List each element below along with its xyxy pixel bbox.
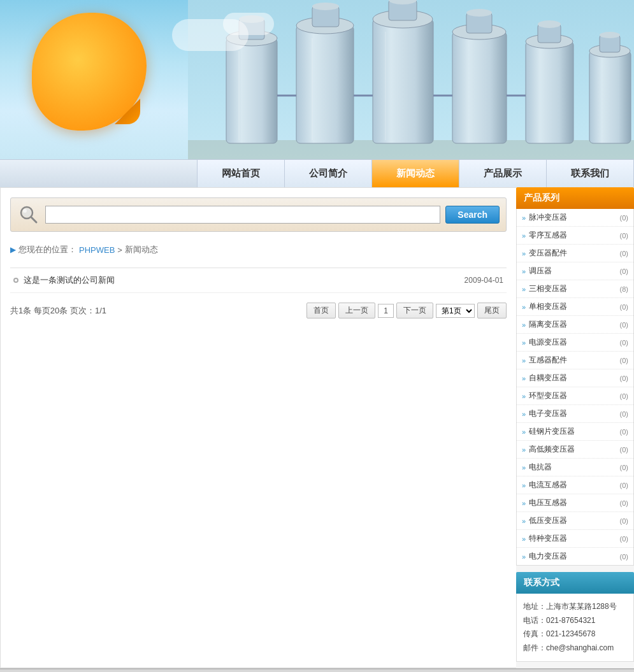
- sidebar-arrow-icon: »: [522, 303, 526, 311]
- nav-item-news[interactable]: 新闻动态: [372, 160, 459, 187]
- product-label: 零序互感器: [529, 230, 567, 241]
- product-count: (0): [620, 268, 628, 275]
- sidebar-arrow-icon: »: [522, 339, 526, 347]
- product-count: (0): [620, 464, 628, 471]
- sidebar-arrow-icon: »: [522, 517, 526, 525]
- search-icon-wrap: [17, 203, 40, 226]
- sidebar-product-item[interactable]: » 电源变压器 (0): [517, 334, 633, 352]
- sidebar-product-header: 产品系列: [516, 187, 634, 209]
- nav-item-about[interactable]: 公司简介: [285, 160, 372, 187]
- main-nav: 网站首页 公司简介 新闻动态 产品展示 联系我们: [0, 159, 634, 187]
- svg-point-24: [600, 32, 620, 38]
- sidebar-product-item[interactable]: » 高低频变压器 (0): [517, 441, 633, 459]
- search-input[interactable]: [45, 206, 440, 224]
- breadcrumb-home-link[interactable]: PHPWEB: [79, 245, 115, 255]
- product-label: 单相变压器: [529, 301, 567, 312]
- sidebar-product-item[interactable]: » 自耦变压器 (0): [517, 369, 633, 387]
- product-count: (0): [620, 553, 628, 561]
- pagination-info: 共1条 每页20条 页次：1/1: [10, 305, 106, 317]
- sidebar-product-item[interactable]: » 硅钢片变压器 (0): [517, 423, 633, 441]
- sidebar-arrow-icon: »: [522, 428, 526, 436]
- sidebar-product-item[interactable]: » 调压器 (0): [517, 262, 633, 280]
- contact-fax: 传真：021-12345678: [523, 627, 627, 641]
- news-dot: [13, 278, 18, 283]
- search-bar: Search: [10, 197, 507, 232]
- svg-rect-5: [296, 25, 354, 143]
- sidebar-product-item[interactable]: » 互感器配件 (0): [517, 352, 633, 369]
- breadcrumb-indicator: ▶: [10, 245, 16, 254]
- sidebar-arrow-icon: »: [522, 482, 526, 489]
- next-page-button[interactable]: 下一页: [396, 303, 433, 318]
- sidebar-product-item[interactable]: » 脉冲变压器 (0): [517, 209, 633, 227]
- last-page-button[interactable]: 尾页: [477, 303, 507, 318]
- svg-point-20: [538, 20, 561, 28]
- page-controls: 首页 上一页 1 下一页 第1页 尾页: [306, 303, 507, 318]
- news-date: 2009-04-01: [465, 276, 503, 285]
- sidebar-product-item[interactable]: » 零序互感器 (0): [517, 227, 633, 245]
- product-label: 电力变压器: [529, 551, 567, 562]
- product-label: 环型变压器: [529, 390, 567, 401]
- product-count: (0): [620, 446, 628, 454]
- product-label: 特种变压器: [529, 533, 567, 544]
- sidebar-product-item[interactable]: » 电压互感器 (0): [517, 494, 633, 512]
- header: [0, 0, 634, 159]
- product-count: (0): [620, 232, 628, 239]
- news-item[interactable]: 这是一条测试的公司新闻 2009-04-01: [10, 268, 507, 293]
- sidebar-product-item[interactable]: » 隔离变压器 (0): [517, 316, 633, 334]
- product-count: (0): [620, 392, 628, 400]
- sidebar-arrow-icon: »: [522, 268, 526, 275]
- svg-rect-17: [526, 41, 573, 143]
- sidebar-arrow-icon: »: [522, 375, 526, 382]
- nav-item-home[interactable]: 网站首页: [197, 160, 285, 187]
- product-count: (0): [620, 339, 628, 347]
- nav-item-products[interactable]: 产品展示: [459, 160, 547, 187]
- first-page-button[interactable]: 首页: [306, 303, 336, 318]
- product-label: 三相变压器: [529, 283, 567, 294]
- sidebar-product-section: 产品系列 » 脉冲变压器 (0) » 零序互感器 (0) » 变压器配件 (0)…: [516, 187, 634, 566]
- sidebar-product-item[interactable]: » 特种变压器 (0): [517, 530, 633, 548]
- sidebar-arrow-icon: »: [522, 250, 526, 257]
- sidebar-product-item[interactable]: » 变压器配件 (0): [517, 245, 633, 262]
- breadcrumb: ▶ 您现在的位置： PHPWEB > 新闻动态: [10, 241, 507, 258]
- product-label: 电源变压器: [529, 337, 567, 348]
- svg-rect-9: [373, 19, 433, 143]
- sidebar-product-item[interactable]: » 三相变压器 (8): [517, 280, 633, 298]
- contact-phone: 电话：021-87654321: [523, 614, 627, 628]
- sidebar-arrow-icon: »: [522, 214, 526, 222]
- sidebar: 产品系列 » 脉冲变压器 (0) » 零序互感器 (0) » 变压器配件 (0)…: [516, 187, 634, 668]
- sidebar-product-item[interactable]: » 电力变压器 (0): [517, 548, 633, 565]
- sidebar-product-item[interactable]: » 电抗器 (0): [517, 459, 633, 476]
- sidebar-product-item[interactable]: » 单相变压器 (0): [517, 298, 633, 316]
- sidebar-arrow-icon: »: [522, 232, 526, 239]
- sidebar-contact-body: 地址：上海市某某路1288号 电话：021-87654321 传真：021-12…: [516, 594, 634, 662]
- product-count: (0): [620, 214, 628, 222]
- search-button[interactable]: Search: [445, 206, 500, 224]
- product-count: (0): [620, 321, 628, 329]
- sidebar-arrow-icon: »: [522, 535, 526, 543]
- cloud-2: [223, 13, 274, 35]
- prev-page-button[interactable]: 上一页: [338, 303, 375, 318]
- sidebar-arrow-icon: »: [522, 499, 526, 507]
- sidebar-product-item[interactable]: » 电子变压器 (0): [517, 405, 633, 423]
- product-label: 电抗器: [529, 462, 552, 473]
- sidebar-product-item[interactable]: » 低压变压器 (0): [517, 512, 633, 530]
- page-select-dropdown[interactable]: 第1页: [436, 304, 475, 318]
- footer: 公司介绍 | 联系方法 | 友情链接 | 机电设备企业网站 Copyright(…: [0, 668, 634, 672]
- nav-item-contact[interactable]: 联系我们: [547, 160, 634, 187]
- svg-point-35: [23, 209, 27, 213]
- news-list: 这是一条测试的公司新闻 2009-04-01: [10, 268, 507, 293]
- contact-email: 邮件：che@shanghai.com: [523, 641, 627, 655]
- product-label: 低压变压器: [529, 515, 567, 526]
- product-label: 高低频变压器: [529, 444, 575, 455]
- search-icon: [18, 204, 39, 225]
- breadcrumb-prefix: 您现在的位置：: [18, 244, 76, 255]
- product-count: (0): [620, 303, 628, 311]
- product-count: (0): [620, 517, 628, 525]
- sidebar-arrow-icon: »: [522, 464, 526, 471]
- svg-rect-13: [452, 32, 507, 143]
- sidebar-product-item[interactable]: » 电流互感器 (0): [517, 476, 633, 494]
- svg-point-16: [466, 9, 492, 17]
- sidebar-product-body: » 脉冲变压器 (0) » 零序互感器 (0) » 变压器配件 (0) » 调压…: [516, 209, 634, 566]
- sidebar-arrow-icon: »: [522, 410, 526, 418]
- sidebar-product-item[interactable]: » 环型变压器 (0): [517, 387, 633, 405]
